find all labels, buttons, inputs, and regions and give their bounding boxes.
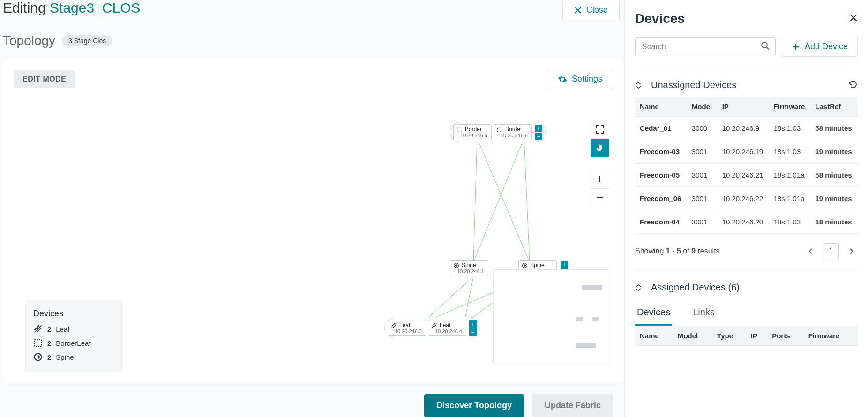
cell-model: 3001: [687, 140, 718, 164]
zoom-in-button[interactable]: [591, 170, 609, 188]
topology-type-chip: 3 Stage Clos: [62, 35, 112, 46]
settings-label: Settings: [572, 74, 602, 84]
minimap[interactable]: [493, 269, 609, 363]
plus-icon: [596, 175, 604, 183]
panel-close-button[interactable]: [849, 13, 858, 25]
cell-ip: 10.20.246.21: [718, 164, 769, 187]
update-fabric-button[interactable]: Update Fabric: [532, 394, 613, 417]
spine-icon: [522, 262, 528, 268]
node-leaf-1[interactable]: Leaf 10.20.246.3: [388, 320, 426, 336]
fullscreen-icon: [596, 125, 604, 134]
topology-canvas[interactable]: Border 10.20.246.5 Border 10.20.246.6 +: [14, 89, 613, 372]
node-ip: 10.20.246.4: [431, 328, 462, 334]
svg-line-5: [464, 276, 473, 323]
cell-lastref: 19 minutes: [810, 187, 858, 210]
close-button[interactable]: Close: [562, 0, 620, 20]
col-model[interactable]: Model: [687, 97, 718, 117]
col-ports[interactable]: Ports: [767, 326, 804, 346]
pan-button[interactable]: [591, 139, 609, 157]
devices-legend: Devices 2 Leaf 2 BorderLeaf 2 Spin: [25, 300, 122, 372]
table-row[interactable]: Freedom-04 3001 10.20.246.20 18s.1.03 18…: [635, 210, 858, 234]
editing-prefix: Editing: [3, 0, 46, 15]
cell-ip: 10.20.246.22: [718, 187, 769, 210]
zoom-out-button[interactable]: [591, 188, 609, 207]
cell-lastref: 58 minutes: [810, 164, 858, 187]
node-label: Border: [505, 126, 522, 133]
col-firmware[interactable]: Firmware: [804, 326, 858, 346]
group-remove-button[interactable]: −: [535, 133, 542, 140]
node-ip: 10.20.246.6: [497, 133, 528, 138]
discover-topology-button[interactable]: Discover Topology: [424, 394, 524, 417]
col-model[interactable]: Model: [673, 326, 712, 346]
col-ip[interactable]: IP: [746, 326, 767, 346]
group-add-button[interactable]: +: [469, 320, 477, 328]
col-ip[interactable]: IP: [718, 97, 769, 117]
svg-line-2: [473, 138, 524, 262]
svg-line-1: [477, 138, 530, 262]
leaf-icon: [391, 322, 397, 328]
node-leaf-2[interactable]: Leaf 10.20.246.4: [428, 320, 466, 336]
cell-name: Freedom-05: [635, 164, 687, 187]
group-remove-button[interactable]: −: [469, 328, 477, 336]
node-label: Leaf: [399, 322, 410, 328]
svg-point-14: [762, 42, 767, 48]
table-row[interactable]: Freedom-03 3001 10.20.246.19 18s.1.03 19…: [635, 140, 858, 164]
group-add-button[interactable]: +: [535, 125, 542, 132]
devices-panel: Devices Add Device Una: [624, 0, 868, 417]
pager-page[interactable]: 1: [823, 243, 839, 259]
cell-lastref: 18 minutes: [810, 210, 858, 234]
leaf-icon: [33, 324, 43, 334]
divider: [635, 269, 858, 270]
pager-prev[interactable]: [804, 245, 817, 258]
cell-firmware: 18s.1.01a: [769, 164, 811, 187]
cell-model: 3000: [687, 117, 718, 140]
col-lastref[interactable]: LastRef: [810, 97, 858, 117]
close-icon: [574, 7, 582, 14]
cell-firmware: 18s.1.01a: [769, 187, 811, 210]
spine-icon: [33, 352, 43, 362]
table-row[interactable]: Freedom_06 3001 10.20.246.22 18s.1.01a 1…: [635, 187, 858, 210]
gear-icon: [558, 74, 567, 84]
settings-button[interactable]: Settings: [547, 69, 613, 89]
cell-ip: 10.20.246.20: [718, 210, 769, 234]
hand-icon: [596, 144, 604, 152]
spine-icon: [453, 262, 459, 268]
col-name[interactable]: Name: [635, 97, 687, 117]
collapse-toggle[interactable]: [635, 284, 642, 291]
legend-title: Devices: [33, 309, 114, 319]
table-row[interactable]: Freedom-05 3001 10.20.246.21 18s.1.01a 5…: [635, 164, 858, 187]
col-firmware[interactable]: Firmware: [769, 97, 811, 117]
tab-devices[interactable]: Devices: [635, 300, 672, 326]
node-border-2[interactable]: Border 10.20.246.6: [494, 124, 532, 140]
node-label: Border: [465, 126, 482, 133]
svg-rect-9: [498, 127, 502, 132]
node-border-1[interactable]: Border 10.20.246.5: [453, 124, 492, 140]
cell-ip: 10.20.246.9: [718, 117, 769, 140]
topology-title: Topology: [3, 33, 55, 48]
leaf-group[interactable]: Leaf 10.20.246.3 Leaf 10.20.246.4 + −: [384, 318, 480, 338]
col-type[interactable]: Type: [712, 326, 746, 346]
fabric-name: Stage3_CLOS: [50, 0, 140, 15]
node-label: Spine: [530, 262, 545, 268]
refresh-button[interactable]: [848, 80, 858, 90]
pager-next[interactable]: [845, 245, 858, 258]
add-device-button[interactable]: Add Device: [782, 37, 858, 57]
fullscreen-button[interactable]: [591, 120, 609, 139]
border-group[interactable]: Border 10.20.246.5 Border 10.20.246.6 +: [450, 122, 546, 142]
legend-row-border: 2 BorderLeaf: [33, 338, 114, 348]
node-spine-1[interactable]: Spine 10.20.246.1: [450, 260, 488, 276]
refresh-icon: [848, 80, 858, 89]
border-icon: [33, 338, 43, 348]
table-row[interactable]: Cedar_01 3000 10.20.246.9 18s.1.03 58 mi…: [635, 117, 858, 140]
tab-links[interactable]: Links: [691, 300, 717, 326]
edit-mode-button[interactable]: EDIT MODE: [14, 70, 75, 88]
assigned-table: Name Model Type IP Ports Firmware: [635, 326, 858, 346]
cell-name: Cedar_01: [635, 117, 687, 140]
col-name[interactable]: Name: [635, 326, 673, 346]
collapse-toggle[interactable]: [635, 82, 642, 89]
search-input[interactable]: [635, 37, 776, 56]
svg-rect-12: [35, 340, 42, 347]
group-add-button[interactable]: +: [561, 261, 568, 268]
svg-rect-8: [457, 127, 462, 132]
cell-name: Freedom-04: [635, 210, 687, 234]
